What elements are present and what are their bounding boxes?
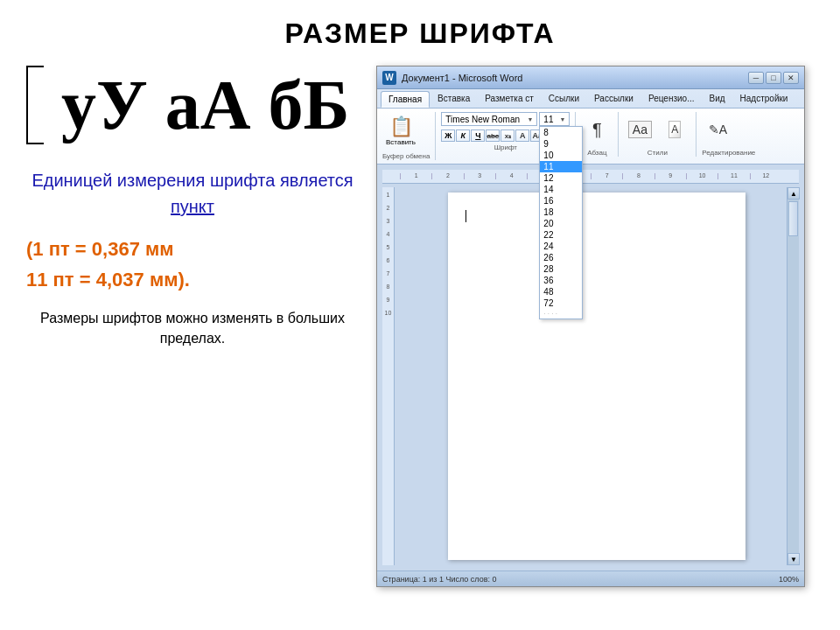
word-app-icon: W [382, 71, 396, 85]
italic-button[interactable]: К [456, 130, 470, 142]
vertical-ruler: 1 2 3 4 5 6 7 8 9 10 [382, 187, 395, 565]
size-more[interactable]: · · · · [540, 309, 582, 318]
tab-mail[interactable]: Рассылки [587, 91, 640, 108]
tab-review[interactable]: Рецензио... [641, 91, 702, 108]
zoom-level: 100% [779, 575, 799, 584]
font-name-arrow: ▼ [527, 116, 533, 122]
size-24[interactable]: 24 [540, 241, 582, 252]
styles-button[interactable]: Aa [624, 112, 655, 147]
bold-button[interactable]: Ж [441, 130, 455, 142]
editing-icon: ✎A [709, 123, 727, 136]
scroll-track [788, 200, 799, 553]
styles-gallery-button[interactable]: A [659, 112, 690, 147]
left-panel: уУ аА бБ Единицей измерения шрифта являе… [26, 66, 359, 587]
maximize-button[interactable]: □ [766, 72, 781, 84]
size-9[interactable]: 9 [540, 138, 582, 150]
font-size-box[interactable]: 11 ▼ [539, 112, 570, 126]
text-cursor [466, 210, 466, 222]
font-size-arrow: ▼ [559, 116, 565, 122]
size-11[interactable]: 11 [540, 161, 582, 172]
font-controls: Times New Roman ▼ 11 ▼ [441, 112, 570, 142]
formula2: 11 пт = 4,037 мм). [26, 264, 359, 295]
size-48[interactable]: 48 [540, 286, 582, 298]
vertical-scrollbar: ▲ ▼ [787, 187, 799, 565]
vr-9: 9 [387, 297, 390, 303]
size-16[interactable]: 16 [540, 195, 582, 206]
ruler-2: 2 [431, 173, 463, 180]
page-title: РАЗМЕР ШРИФТА [284, 18, 555, 49]
size-36[interactable]: 36 [540, 275, 582, 286]
editing-button[interactable]: ✎A [702, 112, 733, 147]
paragraph-button[interactable]: ¶ [581, 112, 612, 147]
tab-insert[interactable]: Вставка [430, 91, 477, 108]
note-content: Размеры шрифтов можно изменять в больших… [40, 311, 345, 345]
font-name-text: Times New Roman [445, 115, 520, 124]
styles-icon: Aa [628, 121, 652, 138]
styles-inner: Aa A [624, 112, 690, 147]
size-10[interactable]: 10 [540, 150, 582, 161]
size-26[interactable]: 26 [540, 252, 582, 263]
document-page[interactable] [448, 192, 746, 560]
strikethrough-button[interactable]: abc [486, 130, 500, 142]
paste-button[interactable]: 📋 Вставить [382, 112, 419, 150]
editing-inner: ✎A [702, 112, 733, 147]
size-12[interactable]: 12 [540, 172, 582, 184]
clipboard-label: Буфер обмена [382, 152, 430, 160]
size-20[interactable]: 20 [540, 218, 582, 229]
size-22[interactable]: 22 [540, 229, 582, 241]
title-bar-left: W Документ1 - Microsoft Word [382, 71, 522, 85]
group-clipboard: 📋 Вставить Буфер обмена [382, 112, 436, 160]
size-8[interactable]: 8 [540, 127, 582, 138]
formula-block: (1 пт = 0,367 мм 11 пт = 4,037 мм). [26, 234, 359, 295]
clipboard-inner: 📋 Вставить [382, 112, 419, 150]
styles-label: Стили [624, 149, 690, 157]
vr-4: 4 [387, 231, 390, 237]
bracket [26, 66, 44, 144]
ruler-8: 8 [622, 173, 654, 180]
font-size-container: 11 ▼ 8 9 10 11 [539, 112, 570, 126]
size-18[interactable]: 18 [540, 206, 582, 218]
group-font: Times New Roman ▼ 11 ▼ [441, 112, 576, 151]
ruler-4: 4 [495, 173, 527, 180]
vr-8: 8 [387, 284, 390, 290]
tab-home[interactable]: Главная [381, 91, 430, 108]
vr-5: 5 [387, 244, 390, 250]
close-button[interactable]: ✕ [783, 72, 799, 84]
content-area: уУ аА бБ Единицей измерения шрифта являе… [26, 66, 814, 587]
ruler-11: 11 [718, 173, 749, 180]
font-size-text: 11 [543, 115, 553, 124]
vr-1: 1 [387, 192, 390, 198]
scroll-up-arrow[interactable]: ▲ [788, 187, 800, 200]
paragraph-icon: ¶ [592, 121, 602, 138]
editing-label: Редактирование [702, 149, 755, 157]
main-text-block: Единицей измерения шрифта является пункт [26, 167, 359, 220]
window-controls: ─ □ ✕ [748, 72, 799, 84]
page-container [395, 187, 799, 565]
size-72[interactable]: 72 [540, 298, 582, 309]
size-28[interactable]: 28 [540, 263, 582, 275]
tab-refs[interactable]: Ссылки [542, 91, 586, 108]
ruler-marks: 1 2 3 4 5 6 7 8 9 10 11 12 [400, 170, 781, 183]
underline-button[interactable]: Ч [471, 130, 485, 142]
scroll-thumb[interactable] [788, 201, 798, 236]
status-bar: Страница: 1 из 1 Число слов: 0 100% [377, 570, 804, 586]
vr-2: 2 [387, 205, 390, 211]
font-name-box[interactable]: Times New Roman ▼ [441, 112, 537, 126]
tab-view[interactable]: Вид [702, 91, 732, 108]
ruler-3: 3 [464, 173, 495, 180]
vr-6: 6 [387, 257, 390, 263]
styles-gallery-icon: A [668, 121, 681, 138]
minimize-button[interactable]: ─ [748, 72, 764, 84]
paragraph-inner: ¶ [581, 112, 612, 147]
ribbon: Главная Вставка Разметка ст Ссылки Рассы… [377, 89, 804, 164]
color-btn-a[interactable]: A [515, 130, 529, 142]
ruler-9: 9 [654, 173, 686, 180]
tab-layout[interactable]: Разметка ст [478, 91, 541, 108]
ribbon-content: 📋 Вставить Буфер обмена [377, 108, 804, 164]
subscript-button[interactable]: x₂ [500, 130, 514, 142]
formula1: (1 пт = 0,367 мм [26, 234, 359, 264]
size-14[interactable]: 14 [540, 184, 582, 195]
font-inner: Times New Roman ▼ 11 ▼ [441, 112, 570, 142]
tab-addins[interactable]: Надстройки [733, 91, 795, 108]
scroll-down-arrow[interactable]: ▼ [788, 553, 800, 565]
